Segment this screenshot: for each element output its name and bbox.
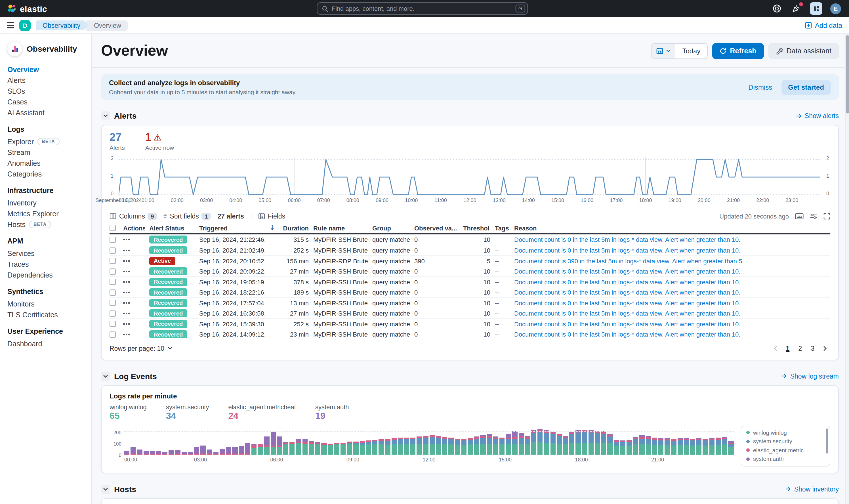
row-actions-icon[interactable]	[123, 281, 145, 283]
sidebar-item-monitors[interactable]: Monitors	[7, 299, 87, 309]
global-search-input[interactable]: Find apps, content, and more. ^/	[317, 2, 528, 15]
row-actions-icon[interactable]	[123, 250, 145, 251]
legend-scrollbar-thumb[interactable]	[826, 429, 828, 453]
dismiss-button[interactable]: Dismiss	[748, 83, 772, 91]
reason-link[interactable]: Document count is 0 in the last 5m in lo…	[514, 278, 830, 285]
row-checkbox[interactable]	[110, 289, 116, 295]
column-header-actions[interactable]: Actions	[123, 225, 145, 232]
column-header-group[interactable]: Group	[372, 225, 410, 232]
column-header-observed-va[interactable]: Observed va...	[414, 225, 458, 232]
sidebar-item-inventory[interactable]: Inventory	[7, 198, 87, 208]
row-checkbox[interactable]	[110, 321, 116, 327]
data-assistant-button[interactable]: Data assistant	[769, 43, 839, 59]
reason-link[interactable]: Document count is 0 in the last 5m in lo…	[514, 236, 830, 243]
sidebar-item-traces[interactable]: Traces	[7, 259, 87, 270]
row-actions-icon[interactable]	[123, 292, 145, 293]
fullscreen-icon[interactable]	[824, 213, 830, 220]
sidebar-item-dependencies[interactable]: Dependencies	[7, 270, 87, 281]
reason-link[interactable]: Document count is 0 in the last 5m in lo…	[514, 310, 830, 317]
column-header-duration[interactable]: Duration	[282, 225, 309, 232]
date-picker-today-button[interactable]: Today	[675, 43, 707, 58]
next-page-icon[interactable]	[820, 343, 830, 354]
sidebar-item-services[interactable]: Services	[7, 248, 87, 259]
help-icon[interactable]	[771, 3, 782, 14]
row-actions-icon[interactable]	[123, 302, 145, 304]
sidebar-item-hosts[interactable]: HostsBETA	[7, 219, 87, 230]
show-alerts-link[interactable]: Show alerts	[796, 112, 839, 119]
row-actions-icon[interactable]	[123, 260, 145, 262]
hosts-collapse-chevron-icon[interactable]	[101, 485, 110, 494]
columns-button[interactable]: Columns 9	[110, 213, 157, 220]
reason-link[interactable]: Document count is 0 in the last 5m in lo…	[514, 331, 830, 338]
refresh-button[interactable]: Refresh	[712, 43, 763, 59]
row-actions-icon[interactable]	[123, 271, 145, 272]
column-header-threshold[interactable]: Threshold	[463, 225, 490, 232]
legend-item-system-auth[interactable]: system.auth	[746, 456, 825, 462]
sidebar-item-anomalies[interactable]: Anomalies	[7, 158, 87, 168]
legend-item-elastic-agent-metric[interactable]: elastic_agent.metric...	[746, 447, 825, 453]
column-header-tags[interactable]: Tags	[495, 225, 510, 232]
page-3-button[interactable]: 3	[808, 343, 818, 354]
row-actions-icon[interactable]	[123, 313, 145, 314]
add-data-button[interactable]: Add data	[805, 21, 842, 29]
row-checkbox[interactable]	[110, 300, 116, 306]
rows-per-page-button[interactable]: Rows per page: 10	[110, 345, 172, 352]
get-started-button[interactable]: Get started	[781, 80, 831, 94]
sidebar-item-dashboard[interactable]: Dashboard	[7, 338, 87, 349]
column-header-alert-status[interactable]: Alert Status	[149, 225, 195, 232]
show-inventory-link[interactable]: Show inventory	[785, 486, 839, 493]
sidebar-item-metrics-explorer[interactable]: Metrics Explorer	[7, 208, 87, 219]
sidebar-item-overview[interactable]: Overview	[7, 64, 87, 75]
sidebar-item-alerts[interactable]: Alerts	[7, 75, 87, 86]
row-checkbox[interactable]	[110, 310, 116, 317]
display-options-icon[interactable]	[810, 213, 817, 220]
log-events-collapse-chevron-icon[interactable]	[101, 372, 110, 381]
menu-icon[interactable]	[7, 22, 14, 29]
show-log-stream-link[interactable]: Show log stream	[781, 373, 839, 380]
row-checkbox[interactable]	[110, 258, 116, 264]
previous-page-icon[interactable]	[770, 343, 780, 354]
row-checkbox[interactable]	[110, 247, 116, 253]
page-scrollbar[interactable]	[845, 34, 849, 504]
elastic-logo[interactable]: elastic	[0, 4, 54, 13]
row-checkbox[interactable]	[110, 268, 116, 274]
user-avatar[interactable]: E	[830, 3, 841, 14]
sidebar-item-tls-certificates[interactable]: TLS Certificates	[7, 309, 87, 320]
sidebar-item-explorer[interactable]: ExplorerBETA	[7, 136, 87, 147]
keyboard-icon[interactable]	[795, 213, 803, 220]
reason-link[interactable]: Document count is 0 in the last 5m in lo…	[514, 289, 830, 296]
page-1-button[interactable]: 1	[782, 343, 793, 354]
select-all-checkbox[interactable]	[110, 225, 116, 231]
reason-link[interactable]: Document count is 390 in the last 5m in …	[514, 257, 830, 264]
fields-button[interactable]: Fields	[258, 213, 285, 220]
row-checkbox[interactable]	[110, 279, 116, 285]
legend-item-system-security[interactable]: system.security	[746, 438, 825, 445]
page-2-button[interactable]: 2	[795, 343, 805, 354]
sidebar-item-categories[interactable]: Categories	[7, 168, 87, 179]
apps-icon[interactable]	[810, 2, 822, 15]
sidebar-item-ai-assistant[interactable]: AI Assistant	[7, 107, 87, 118]
breadcrumb-observability[interactable]: Observability	[36, 20, 88, 30]
column-header-triggered[interactable]: Triggered	[199, 225, 265, 232]
row-actions-icon[interactable]	[123, 334, 145, 335]
reason-link[interactable]: Document count is 0 in the last 5m in lo…	[514, 247, 830, 254]
row-checkbox[interactable]	[110, 236, 116, 242]
row-actions-icon[interactable]	[123, 323, 145, 325]
sort-fields-button[interactable]: Sort fields 1	[163, 213, 211, 220]
news-icon[interactable]	[791, 3, 802, 14]
alerts-collapse-chevron-icon[interactable]	[101, 111, 110, 120]
row-actions-icon[interactable]	[123, 239, 145, 240]
scrollbar-thumb[interactable]	[846, 35, 849, 113]
sidebar-item-stream[interactable]: Stream	[7, 147, 87, 158]
reason-link[interactable]: Document count is 0 in the last 5m in lo…	[514, 268, 830, 275]
column-header-rule-name[interactable]: Rule name	[313, 225, 368, 232]
column-header-reason[interactable]: Reason	[514, 225, 830, 232]
space-badge[interactable]: D	[19, 20, 31, 31]
sidebar-item-slos[interactable]: SLOs	[7, 86, 87, 96]
date-picker-calendar-button[interactable]	[651, 43, 675, 58]
reason-link[interactable]: Document count is 0 in the last 5m in lo…	[514, 320, 830, 327]
row-checkbox[interactable]	[110, 331, 116, 338]
sidebar-item-cases[interactable]: Cases	[7, 96, 87, 107]
legend-item-winlog-winlog[interactable]: winlog.winlog	[746, 430, 825, 436]
reason-link[interactable]: Document count is 0 in the last 5m in lo…	[514, 300, 830, 306]
